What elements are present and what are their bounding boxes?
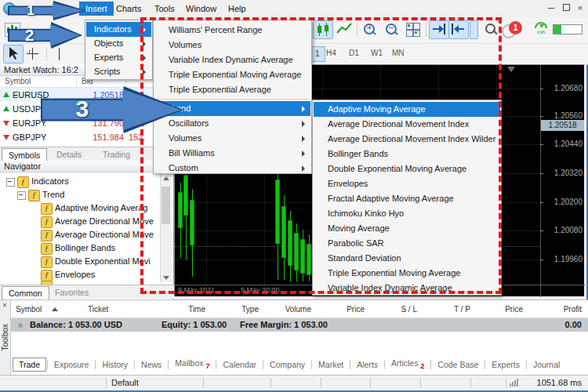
tree-item-indicators[interactable]: Indicators [31, 176, 132, 187]
balance-text: Balance: 1 053.00 USD [30, 318, 122, 332]
menu-item-adx[interactable]: Average Directional Movement Index [314, 117, 500, 132]
market-watch-tabs: Symbols Details Trading [0, 147, 174, 161]
menu-item-adx-wilder[interactable]: Average Directional Movement Index Wilde… [314, 132, 500, 147]
timeframe-d1-button[interactable]: D1 [346, 46, 362, 60]
auto-scroll-button[interactable] [448, 20, 469, 39]
menu-item-tema[interactable]: Triple Exponential Moving Average [154, 67, 310, 82]
tree-item[interactable]: Envelopes [55, 269, 155, 281]
menu-item-objects[interactable]: Objects [86, 36, 151, 51]
tab-alerts[interactable]: Alerts [351, 358, 383, 371]
menu-item-volumes[interactable]: Volumes [154, 38, 310, 53]
zoom-in-button[interactable] [360, 20, 380, 39]
menu-item-scripts[interactable]: Scripts [86, 64, 151, 79]
tile-windows-button[interactable] [403, 20, 423, 39]
tab-journal[interactable]: Journal [528, 358, 565, 371]
minimize-button[interactable] [546, 3, 557, 14]
col-price[interactable]: Price [325, 305, 365, 314]
tab-mailbox[interactable]: Mailbox 7 [169, 357, 215, 372]
timeframe-h4-button[interactable]: H4 [323, 46, 339, 60]
up-arrow-icon [3, 106, 9, 111]
menu-item-tema2[interactable]: Triple Exponential Moving Average [314, 266, 500, 281]
menu-item-williams-percent-range[interactable]: Williams' Percent Range [154, 23, 310, 38]
collapse-marker-icon[interactable] [18, 323, 23, 328]
toolbox-side-label[interactable]: Toolbox [1, 324, 9, 350]
toolbox-close-icon[interactable]: × [2, 301, 7, 310]
tab-market[interactable]: Market [313, 358, 349, 371]
search-icon[interactable] [481, 20, 502, 39]
tab-company[interactable]: Company [264, 358, 310, 371]
price-label: 1.20560 [543, 112, 583, 120]
shift-end-button[interactable] [429, 20, 449, 39]
menu-item-vida[interactable]: Variable Index Dynamic Average [154, 53, 310, 67]
restore-button[interactable] [561, 3, 572, 14]
indicator-list-button[interactable] [470, 20, 478, 39]
menu-item-indicators[interactable]: Indicators [86, 22, 151, 37]
menu-help[interactable]: Help [222, 2, 252, 16]
tab-symbols[interactable]: Symbols [2, 148, 47, 162]
column-symbol[interactable]: Symbol [5, 77, 31, 85]
tab-articles[interactable]: Articles 2 [386, 357, 430, 372]
col-ticket[interactable]: Ticket [88, 305, 108, 314]
down-arrow-icon [3, 121, 9, 126]
menu-window[interactable]: Window [180, 2, 223, 16]
scroll-down-icon[interactable] [163, 276, 169, 280]
menu-item-ichimoku[interactable]: Ichimoku Kinko Hyo [314, 206, 500, 221]
navigator-scrollbar[interactable] [160, 174, 172, 282]
col-type[interactable]: Type [220, 305, 259, 314]
menu-item-envelopes[interactable]: Envelopes [314, 176, 500, 191]
tab-history[interactable]: History [96, 358, 133, 371]
menu-category-custom[interactable]: Custom [154, 161, 310, 176]
price-axis[interactable] [540, 65, 541, 297]
scrollbar-thumb[interactable] [162, 187, 170, 224]
timeframe-w1-button[interactable]: W1 [368, 46, 386, 60]
close-button[interactable]: × [575, 3, 586, 14]
menu-item-vida2[interactable]: Variable Index Dynamic Average [314, 281, 500, 296]
zoom-out-button[interactable] [382, 20, 402, 39]
col-sl[interactable]: S / L [378, 305, 417, 314]
function-icon: ƒ [17, 176, 29, 188]
menu-tools[interactable]: Tools [148, 2, 181, 16]
col-profit[interactable]: Profit [543, 305, 582, 314]
menu-item-moving-average[interactable]: Moving Average [314, 221, 500, 236]
tab-codebase[interactable]: Code Base [432, 358, 484, 371]
timeframe-mn-button[interactable]: MN [389, 46, 408, 60]
profile-selector[interactable]: Default [111, 378, 139, 387]
col-tp[interactable]: T / P [431, 305, 470, 314]
menu-category-bill-williams[interactable]: Bill Williams [154, 146, 310, 161]
menu-charts[interactable]: Charts [110, 2, 147, 16]
line-chart-button[interactable] [335, 20, 355, 39]
tree-item[interactable]: Double Exponential Movi [55, 256, 155, 267]
tree-item-trend[interactable]: Trend [42, 189, 143, 201]
menu-item-adaptive-ma[interactable]: Adaptive Moving Average [314, 102, 500, 117]
menu-item-parabolic-sar[interactable]: Parabolic SAR [314, 236, 500, 251]
collapse-icon[interactable] [17, 191, 26, 200]
tab-experts[interactable]: Experts [486, 358, 525, 371]
menu-item-dema[interactable]: Double Exponential Moving Average [314, 162, 500, 176]
tab-trade[interactable]: Trade [13, 358, 46, 372]
menu-item-bollinger-bands[interactable]: Bollinger Bands [314, 147, 500, 162]
tab-news[interactable]: News [136, 358, 167, 371]
tree-item[interactable]: Adaptive Moving Averag [55, 202, 155, 214]
tab-details[interactable]: Details [50, 148, 88, 161]
col-volume[interactable]: Volume [272, 305, 311, 314]
menu-item-frama[interactable]: Fractal Adaptive Moving Average [314, 191, 500, 206]
candlestick-chart-button[interactable] [313, 20, 333, 39]
col-symbol[interactable]: Symbol [16, 305, 42, 314]
menu-item-standard-deviation[interactable]: Standard Deviation [314, 251, 500, 266]
tab-favorites[interactable]: Favorites [49, 286, 95, 299]
lvl-indicator-icon[interactable]: LVL [533, 21, 550, 38]
tab-trading[interactable]: Trading [96, 148, 136, 161]
col-price2[interactable]: Price [484, 305, 523, 314]
tree-item[interactable]: Bollinger Bands [55, 242, 155, 254]
menu-item-experts[interactable]: Experts [86, 50, 151, 65]
tree-item[interactable]: Average Directional Move [55, 216, 155, 227]
tab-exposure[interactable]: Exposure [49, 358, 94, 371]
tree-item[interactable]: Average Directional Move [55, 229, 155, 241]
tab-common[interactable]: Common [2, 286, 49, 299]
collapse-icon[interactable] [6, 178, 15, 187]
tab-calendar[interactable]: Calendar [217, 358, 262, 371]
col-time[interactable]: Time [166, 305, 205, 314]
down-arrow-icon [3, 135, 9, 140]
balance-row[interactable]: Balance: 1 053.00 USD Equity: 1 053.00 F… [11, 318, 588, 332]
scroll-up-icon[interactable] [163, 176, 169, 180]
